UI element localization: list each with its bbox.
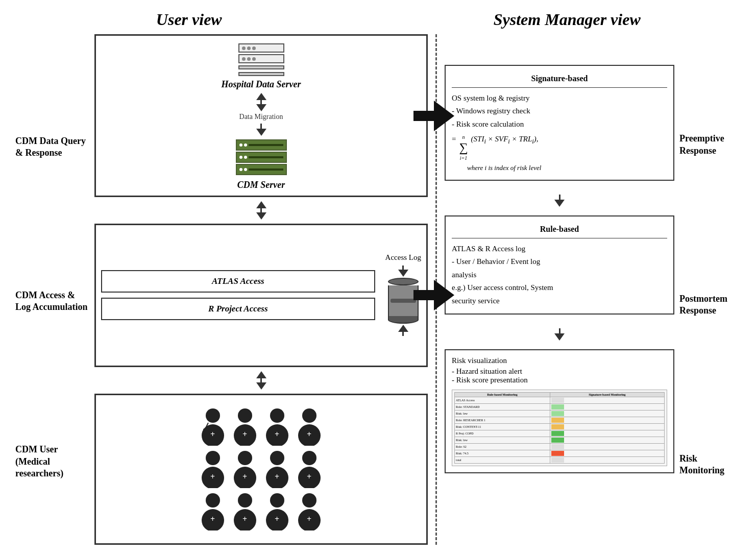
arrow-down-1 bbox=[256, 104, 266, 111]
right-arrow-head-1 bbox=[554, 200, 565, 207]
left-label-2: CDM Access & Log Accumulation bbox=[15, 289, 89, 313]
row8-color bbox=[550, 444, 664, 450]
cdm-server-label: CDM Server bbox=[237, 180, 285, 190]
svg-point-20 bbox=[270, 451, 284, 465]
row2-color bbox=[550, 404, 664, 411]
cdm-unit-2 bbox=[236, 152, 287, 163]
right-arrow-1 bbox=[445, 195, 674, 207]
cdm-slot-3 bbox=[249, 168, 283, 171]
svg-text:+: + bbox=[275, 515, 279, 523]
svg-text:+: + bbox=[275, 472, 279, 481]
arrow-head-right-2 bbox=[434, 280, 454, 310]
r-project-label: R Project Access bbox=[110, 304, 367, 314]
right-arrow-line-2 bbox=[559, 328, 560, 333]
sig-line1: OS system log & registry bbox=[452, 92, 667, 105]
header-row: User view System Manager view bbox=[15, 10, 741, 29]
bidir-arrow-1 bbox=[256, 93, 266, 111]
person-icon-8: + bbox=[296, 450, 324, 488]
risk-line3: - Risk score presentation bbox=[452, 376, 667, 384]
right-arrow-2 bbox=[445, 328, 674, 341]
table-row-9: Risk: 74.5 bbox=[455, 450, 665, 457]
arrow-line-2 bbox=[260, 124, 262, 129]
access-log-label: Access Log bbox=[385, 253, 421, 262]
arrow-line-5 bbox=[402, 332, 404, 336]
person-icon-7: + bbox=[263, 450, 291, 488]
cdm-dot-4 bbox=[244, 156, 247, 159]
row1-label: ATLAS Access bbox=[455, 397, 550, 404]
svg-point-23 bbox=[302, 451, 316, 465]
left-label-1: CDM Data Query & Response bbox=[15, 135, 89, 159]
arrow-from-db bbox=[398, 325, 408, 336]
server-unit-1 bbox=[238, 43, 284, 53]
mini-table-container: Rule-based Monitoring Signature-based Mo… bbox=[452, 390, 667, 466]
row8-label: Role: S2 bbox=[455, 444, 550, 450]
row3-color bbox=[550, 411, 664, 417]
svg-text:+: + bbox=[210, 472, 215, 481]
svg-text:+: + bbox=[307, 472, 311, 481]
person-icon-3: + bbox=[263, 407, 291, 446]
svg-text:+: + bbox=[210, 515, 215, 523]
arrow-line-6 bbox=[260, 378, 262, 382]
formula-equals: = bbox=[452, 133, 456, 146]
svg-point-26 bbox=[206, 493, 220, 508]
data-migration-label: Data Migration bbox=[239, 113, 283, 121]
big-arrow-right-2 bbox=[413, 280, 454, 310]
rule-line2: - User / Behavior / Event log bbox=[452, 255, 667, 269]
server-slot-2 bbox=[238, 72, 284, 76]
svg-point-4 bbox=[203, 428, 206, 431]
mid-col: Hospital Data Server Data Migration bbox=[94, 34, 437, 545]
system-manager-title: System Manager view bbox=[494, 10, 641, 29]
svg-text:+: + bbox=[210, 430, 215, 439]
right-col: Signature-based OS system log & registry… bbox=[437, 34, 741, 545]
right-label-2: Postmortem Response bbox=[679, 293, 741, 317]
arrow-to-db bbox=[398, 266, 408, 277]
svg-point-14 bbox=[206, 451, 220, 465]
cdm-unit-1 bbox=[236, 139, 287, 151]
row7-label: Risk: low bbox=[455, 437, 550, 444]
atlas-access-box: ATLAS Access bbox=[101, 270, 375, 293]
rule-box: Rule-based ATLAS & R Access log - User /… bbox=[445, 215, 674, 315]
person-icon-11: + bbox=[263, 492, 291, 530]
people-section: + + + bbox=[94, 394, 428, 545]
arrow-down-container-1 bbox=[256, 124, 266, 136]
table-row-8: Role: S2 bbox=[455, 444, 665, 450]
sigma-super: n bbox=[462, 133, 465, 141]
db-bottom bbox=[388, 316, 419, 324]
arrow-up-3 bbox=[398, 325, 408, 332]
sigma-glyph: ∑ bbox=[459, 141, 468, 154]
svg-point-8 bbox=[270, 408, 284, 423]
rule-line4: e.g.) User access control, System bbox=[452, 281, 667, 295]
right-label-1: Preemptive Response bbox=[679, 133, 741, 157]
table-row-5: Risk: CONTENT-11 bbox=[455, 424, 665, 430]
arrow-down-3 bbox=[256, 212, 266, 220]
cdm-dot-5 bbox=[239, 168, 242, 171]
person-icon-4: + bbox=[296, 407, 324, 446]
svg-point-17 bbox=[238, 451, 252, 465]
rule-line3: analysis bbox=[452, 269, 667, 282]
row5-color bbox=[550, 424, 664, 430]
cdm-dot-1 bbox=[239, 143, 242, 147]
risk-line1: Risk visualization bbox=[452, 356, 667, 365]
svg-text:+: + bbox=[242, 430, 247, 439]
r-project-box: R Project Access bbox=[101, 298, 375, 320]
sigma-sub: i=1 bbox=[460, 154, 468, 162]
svg-point-32 bbox=[270, 493, 284, 508]
cdm-unit-3 bbox=[236, 164, 287, 175]
svg-point-5 bbox=[238, 408, 252, 423]
cdm-dot-6 bbox=[244, 168, 247, 171]
sigma-symbol: n ∑ i=1 bbox=[459, 133, 468, 162]
server-slot-1 bbox=[238, 65, 284, 69]
person-icon-9: + bbox=[199, 492, 227, 530]
svg-text:+: + bbox=[275, 430, 279, 439]
right-arrow-head-2 bbox=[554, 333, 565, 341]
cdm-dot-2 bbox=[244, 143, 247, 147]
row10-color bbox=[550, 457, 664, 464]
svg-text:+: + bbox=[242, 472, 247, 481]
sig-line3: - Risk score calculation bbox=[452, 118, 667, 131]
table-row-10: total bbox=[455, 457, 665, 464]
right-arrow-line-1 bbox=[559, 195, 560, 200]
arrow-down-4 bbox=[398, 270, 408, 277]
hospital-server-label: Hospital Data Server bbox=[222, 79, 301, 90]
svg-text:+: + bbox=[307, 430, 311, 439]
cdm-server-graphic bbox=[236, 139, 287, 175]
